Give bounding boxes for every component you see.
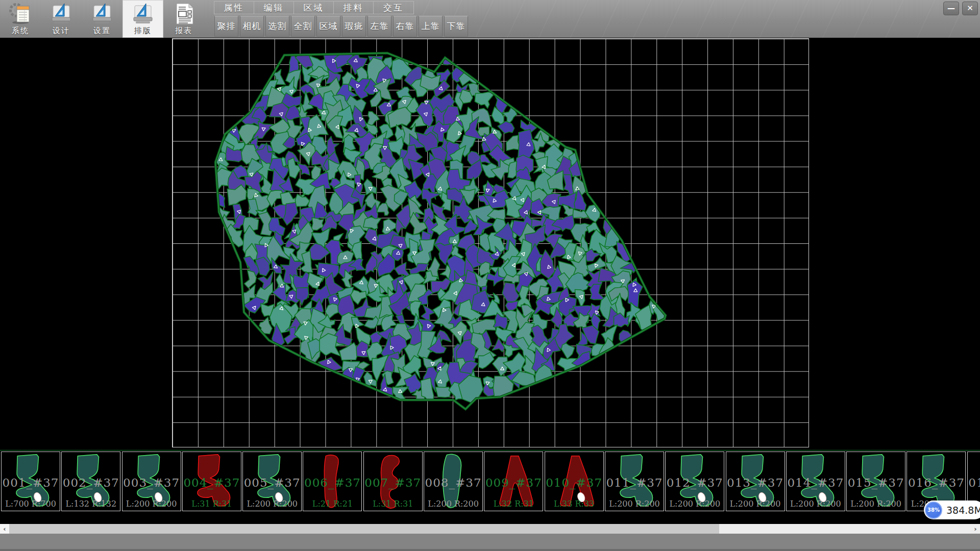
- piece-count-label: L:32 R:31: [484, 499, 543, 509]
- piece-count-label: L:200 R:200: [243, 499, 301, 509]
- report-icon: [172, 2, 195, 26]
- design-ruler-icon: [131, 2, 155, 26]
- app-window: { "window": {"minimize_label": "—", "clo…: [0, 0, 980, 551]
- ribbon-toolbar: 系统 设计 设置 排版 报表 属性编辑区域排料交互 聚排相机选割全割区域瑕疵左靠…: [0, 0, 980, 38]
- tool-button-10[interactable]: 下靠: [444, 16, 468, 37]
- menu-tab-1[interactable]: 属性: [214, 2, 254, 14]
- piece-name-label: 011_#37: [605, 476, 664, 489]
- close-button[interactable]: ✕: [962, 2, 978, 15]
- tool-button-row: 聚排相机选割全割区域瑕疵左靠右靠上靠下靠: [214, 16, 468, 37]
- piece-name-label: 002_#37: [62, 476, 120, 489]
- app-button-2[interactable]: 设计: [41, 0, 82, 38]
- thumbnail-cell-007_#37[interactable]: 007_#37 L:31 R:31: [363, 452, 423, 511]
- scrollbar-thumb[interactable]: [9, 524, 719, 534]
- thumbnail-cell-015_#37[interactable]: 015_#37 L:200 R:200: [846, 452, 905, 511]
- window-controls: — ✕: [943, 2, 978, 15]
- app-button-label: 排版: [134, 26, 152, 36]
- tool-button-6[interactable]: 瑕疵: [342, 16, 366, 37]
- scroll-left-arrow[interactable]: ‹: [0, 524, 9, 534]
- menu-tab-5[interactable]: 交互: [374, 2, 413, 14]
- app-button-label: 设置: [93, 26, 111, 36]
- thumbnail-cell-004_#37[interactable]: 004_#37 L:31 R:31: [182, 452, 241, 511]
- menu-tab-3[interactable]: 区域: [294, 2, 334, 14]
- piece-name-label: 004_#37: [183, 476, 241, 489]
- piece-count-label: L:200 R:200: [122, 499, 181, 509]
- piece-name-label: 005_#37: [243, 476, 301, 489]
- piece-name-label: 006_#37: [303, 476, 361, 489]
- app-button-group: 系统 设计 设置 排版 报表: [0, 0, 204, 38]
- piece-name-label: 003_#37: [122, 476, 181, 489]
- app-button-1[interactable]: 系统: [0, 0, 41, 38]
- tool-button-4[interactable]: 全割: [291, 16, 315, 37]
- tool-button-5[interactable]: 区域: [316, 16, 340, 37]
- green-separator-line: [0, 448, 980, 449]
- thumbnail-cell-003_#37[interactable]: 003_#37 L:200 R:200: [122, 452, 181, 511]
- nesting-viewport[interactable]: [0, 38, 980, 448]
- app-button-label: 设计: [53, 26, 70, 36]
- piece-name-label: 016_#37: [907, 476, 965, 489]
- progress-indicator: 38% 384.8M: [924, 500, 980, 519]
- app-button-3[interactable]: 设置: [82, 0, 122, 38]
- piece-name-label: 001_#37: [2, 476, 60, 489]
- piece-count-label: L:200 R:200: [666, 499, 724, 509]
- tool-button-2[interactable]: 相机: [240, 16, 264, 37]
- piece-name-label: 007_#37: [364, 476, 422, 489]
- tool-button-9[interactable]: 上靠: [419, 16, 443, 37]
- app-button-4[interactable]: 排版: [122, 0, 163, 38]
- piece-name-label: 009_#37: [484, 476, 543, 489]
- piece-count-label: L:31 R:31: [183, 499, 241, 509]
- progress-percent-badge: 38%: [925, 502, 942, 519]
- scroll-right-arrow[interactable]: ›: [971, 524, 980, 534]
- nested-hide-canvas[interactable]: [0, 38, 980, 448]
- toolbar-decoration: [398, 0, 980, 38]
- piece-count-label: L:21 R:21: [303, 499, 361, 509]
- memory-usage-label: 384.8M: [946, 505, 980, 516]
- thumbnail-cell-010_#37[interactable]: 010_#37 L:33 R:33: [545, 452, 604, 511]
- piece-count-label: L:132 R:132: [62, 499, 120, 509]
- strip-separator: [0, 448, 980, 452]
- piece-name-label: 017_#37: [968, 476, 980, 489]
- tool-button-1[interactable]: 聚排: [214, 16, 238, 37]
- piece-name-label: 012_#37: [666, 476, 724, 489]
- piece-count-label: L:200 R:200: [726, 499, 785, 509]
- thumbnail-cell-008_#37[interactable]: 008_#37 L:200 R:200: [424, 452, 483, 511]
- thumbnail-cell-001_#37[interactable]: 001_#37 L:700 R:700: [1, 452, 60, 511]
- piece-count-label: L:200 R:200: [424, 499, 482, 509]
- thumbnail-cell-002_#37[interactable]: 002_#37 L:132 R:132: [61, 452, 120, 511]
- thumbnail-strip[interactable]: 001_#37 L:700 R:700 002_#37 L:132 R:132 …: [0, 452, 980, 511]
- tool-button-8[interactable]: 右靠: [393, 16, 417, 37]
- app-button-label: 报表: [175, 26, 192, 36]
- piece-name-label: 015_#37: [847, 476, 905, 489]
- piece-name-label: 014_#37: [787, 476, 845, 489]
- design-ruler-icon: [50, 2, 73, 26]
- thumbnail-cell-013_#37[interactable]: 013_#37 L:200 R:200: [726, 452, 785, 511]
- gear-notebook-icon: [9, 2, 32, 26]
- piece-name-label: 010_#37: [545, 476, 603, 489]
- app-button-label: 系统: [12, 26, 29, 36]
- piece-name-label: 008_#37: [424, 476, 482, 489]
- thumbnail-cell-005_#37[interactable]: 005_#37 L:200 R:200: [242, 452, 302, 511]
- status-bar: [0, 534, 980, 551]
- tool-button-3[interactable]: 选割: [265, 16, 289, 37]
- piece-count-label: L:33 R:33: [545, 499, 603, 509]
- thumbnail-cell-011_#37[interactable]: 011_#37 L:200 R:200: [605, 452, 664, 511]
- thumbnail-cell-009_#37[interactable]: 009_#37 L:32 R:31: [484, 452, 543, 511]
- thumbnail-cell-012_#37[interactable]: 012_#37 L:200 R:200: [665, 452, 724, 511]
- thumbnail-cell-006_#37[interactable]: 006_#37 L:21 R:21: [303, 452, 362, 511]
- menu-tab-4[interactable]: 排料: [334, 2, 374, 14]
- piece-count-label: L:700 R:700: [2, 499, 60, 509]
- menu-tab-2[interactable]: 编辑: [254, 2, 294, 14]
- design-ruler-icon: [90, 2, 114, 26]
- piece-count-label: L:200 R:200: [847, 499, 905, 509]
- minimize-button[interactable]: —: [943, 2, 959, 15]
- horizontal-scrollbar[interactable]: ‹ ›: [0, 524, 980, 534]
- piece-count-label: L:200 R:200: [787, 499, 845, 509]
- piece-count-label: L:31 R:31: [364, 499, 422, 509]
- menu-tab-bar: 属性编辑区域排料交互: [214, 1, 414, 14]
- app-button-5[interactable]: 报表: [163, 0, 204, 38]
- piece-name-label: 013_#37: [726, 476, 785, 489]
- green-separator-line-2: [0, 450, 980, 450]
- thumbnail-cell-014_#37[interactable]: 014_#37 L:200 R:200: [786, 452, 845, 511]
- piece-count-label: L:200 R:200: [605, 499, 664, 509]
- tool-button-7[interactable]: 左靠: [368, 16, 391, 37]
